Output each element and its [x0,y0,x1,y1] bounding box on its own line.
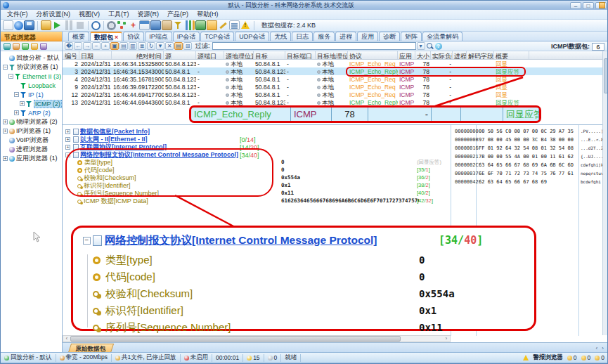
view-hex-icon[interactable]: ▥ [129,42,137,50]
menu-item-4[interactable]: 资源(R) [134,10,164,19]
tree-expander-icon[interactable]: − [3,65,8,70]
notes-icon[interactable]: ▤ [174,42,183,50]
alarm-warning-icon[interactable] [240,20,251,30]
tab-服务[interactable]: 服务 [313,32,335,41]
tab-close-icon[interactable]: × [115,34,118,41]
scrollbar-thumb[interactable] [70,336,401,342]
column-header-summary[interactable]: 概要 [494,51,529,59]
sidebar-node-4[interactable]: −IP (1) [1,90,62,99]
next-packet-icon[interactable]: → [83,42,91,50]
expand-all-icon[interactable]: + [101,42,110,50]
minimize-button[interactable]: – [570,2,581,9]
pause-replay-icon[interactable] [63,20,74,30]
mac-tool-icon[interactable] [13,43,20,50]
decode-row[interactable]: ICMP 数据[ICMP Data] [75,197,148,205]
tab-数据包[interactable]: 数据包× [90,32,122,41]
filter-clear-icon[interactable]: ✕ [165,42,174,50]
tab-全流量解码[interactable]: 全流量解码 [422,32,463,41]
sidebar-node-9[interactable]: VoIP浏览器 [1,136,62,145]
column-header-no[interactable]: 编号 [63,51,79,59]
sidebar-node-11[interactable]: +应用浏览器 (1) [1,154,62,163]
replay-open-icon[interactable] [14,21,23,30]
filter-input[interactable] [212,42,416,50]
sidebar-node-0[interactable]: 回放分析 - 默认 [1,53,62,63]
sidebar-node-5[interactable]: +ICMP (2) [1,99,62,108]
tree-expander-icon[interactable]: + [3,156,8,161]
ip-tool-icon[interactable] [22,43,29,50]
search-icon[interactable] [426,42,434,51]
import-packets-icon[interactable] [41,20,51,30]
view-split-icon[interactable]: ▤ [119,42,128,50]
filter-tool-icon[interactable] [4,43,11,50]
collapse-all-icon[interactable]: − [92,42,101,50]
column-header-dst[interactable]: 目标 [254,51,285,59]
tab-scroll-arrows[interactable]: ‹ › [595,345,605,351]
vscrollbar-thumb[interactable] [604,58,608,93]
save-icon[interactable] [24,20,34,30]
tree-expander-icon[interactable]: − [8,74,13,79]
sidebar-node-1[interactable]: −协议浏览器 (1) [1,63,62,72]
sidebar-node-7[interactable]: +物理浏览器 (2) [1,117,62,126]
column-header-proc[interactable]: 进程 [453,51,467,59]
tab-日志[interactable]: 日志 [292,32,313,41]
decode-view-icon[interactable]: ⊞ [183,42,192,50]
column-header-payload[interactable]: 实际负载 [431,51,453,59]
tab-进程[interactable]: 进程 [335,32,356,41]
column-header-sport[interactable]: 源端口 [196,51,224,59]
menu-item-1[interactable]: 分析设置(N) [32,10,75,19]
column-header-proto[interactable]: 协议 [348,51,398,59]
sidebar-node-6[interactable]: +ARP (2) [1,108,62,117]
decode-expander-icon[interactable]: + [65,145,70,150]
prev-packet-icon[interactable]: ← [74,42,82,50]
tab-IP端点[interactable]: IP端点 [145,32,172,41]
tab-矩阵[interactable]: 矩阵 [401,32,422,41]
column-header-size[interactable]: 大小 [415,51,431,59]
table-row[interactable]: 42024/12/3116:46:35.16781900050.84.8.123… [63,75,604,83]
view-list-icon[interactable]: ▣ [110,42,119,50]
tree-expander-icon[interactable]: − [14,92,19,97]
columns-icon[interactable]: ≣ [138,42,146,50]
filter-icon[interactable] [173,20,183,30]
topology-icon[interactable] [117,20,127,30]
tab-无线[interactable]: 无线 [270,32,291,41]
analysis-settings-icon[interactable] [107,21,116,30]
maximize-button[interactable]: □ [583,2,594,9]
menu-item-2[interactable]: 视图(V) [75,10,104,19]
tree-expander-icon[interactable]: + [20,101,25,106]
export-packet-icon[interactable]: � [65,42,73,50]
filter-dropdown-icon[interactable]: ▾ [417,42,425,50]
capture-icon[interactable] [195,20,206,30]
menu-item-3[interactable]: 工具(T) [104,10,134,19]
tree-expander-icon[interactable]: + [3,129,8,134]
tab-UDP会话[interactable]: UDP会话 [235,32,269,41]
column-header-decode[interactable]: 解码字段 [467,51,494,59]
help-icon[interactable]: ? [435,43,442,50]
stop-replay-icon[interactable] [75,20,85,30]
statistics-icon[interactable] [184,20,195,30]
report-icon[interactable] [229,20,240,30]
vertical-scrollbar[interactable] [602,51,608,335]
sidebar-node-3[interactable]: Loopback [1,81,62,90]
menu-item-5[interactable]: 产品(P) [163,10,193,19]
table-row[interactable]: 22024/12/3116:46:34.15325800050.84.8.123… [63,60,604,67]
tree-expander-icon[interactable]: + [14,110,19,115]
decode-expander-icon[interactable]: + [65,137,70,142]
voip-tool-icon[interactable] [31,43,38,50]
decode-expander-icon[interactable]: + [65,129,70,134]
alarm-browser-label[interactable]: 警报浏览器 [533,353,563,362]
scroll-left-icon[interactable]: ‹ [63,336,70,342]
start-replay-icon[interactable] [52,20,63,30]
column-header-sgeo[interactable]: 源地理位置 [224,51,254,59]
tab-诊断[interactable]: 诊断 [379,32,400,41]
horizontal-scrollbar[interactable]: ‹ › [63,335,451,342]
decode-expander-icon[interactable]: − [65,152,70,157]
sidebar-node-2[interactable]: −Ethernet II (3) [1,72,62,81]
tab-IP会话[interactable]: IP会话 [173,32,200,41]
column-header-app[interactable]: 应用 [398,51,415,59]
tab-协议[interactable]: 协议 [123,32,144,41]
tab-strip-corner-icon[interactable] [599,2,605,8]
packet-buffer-icon[interactable] [162,20,172,30]
table-row[interactable]: 32024/12/3116:46:34.15343000050.84.8.1-本… [63,67,604,75]
table-row[interactable]: 122024/12/3116:46:44.69417700050.84.8.12… [63,91,604,98]
log-folder-icon[interactable] [207,20,217,30]
